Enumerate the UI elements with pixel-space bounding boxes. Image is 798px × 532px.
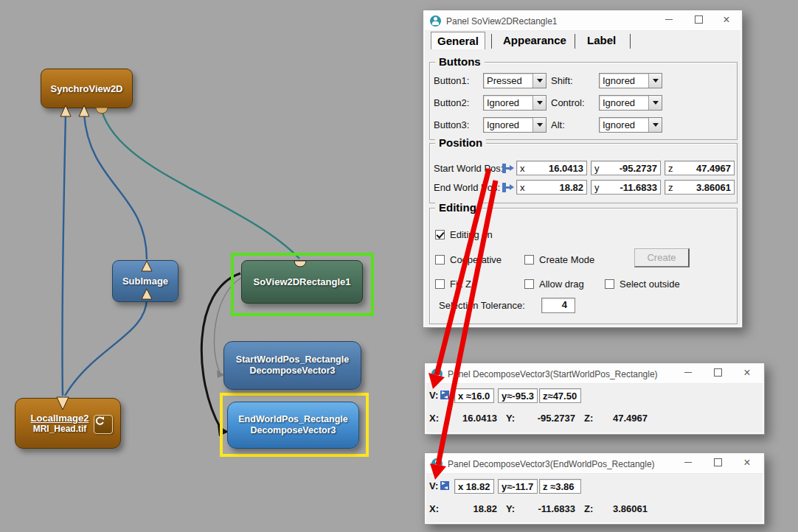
control-label: Control: [551,95,585,111]
field-value: y≈-95.3 [502,391,534,402]
button1-dropdown[interactable]: Pressed [483,73,547,88]
dropdown-button[interactable] [532,74,546,88]
axis-label: x [520,163,525,174]
tab-appearance[interactable]: Appearance [497,32,572,49]
close-button[interactable]: × [714,10,739,29]
input-connector-triangle[interactable] [60,105,71,116]
end-x-field[interactable]: x 18.82 [516,180,587,195]
dropdown-button[interactable] [532,96,546,110]
axis-value: 18.82 [559,182,583,193]
minimize-button[interactable] [676,453,701,472]
fix-z-label: Fix Z [450,276,471,292]
field-value: z≈47.50 [543,391,577,402]
z-out-value: 47.4967 [599,412,648,425]
field-sync-icon[interactable] [440,391,449,399]
z-out-value: 3.86061 [599,503,648,516]
input-connector-triangle[interactable] [142,289,152,299]
end-y-field[interactable]: y -11.6833 [591,180,661,195]
field-connection-icon[interactable] [502,183,514,192]
v-x-field[interactable]: x 18.82 [454,479,494,494]
y-out-label: Y: [506,503,515,516]
close-button[interactable]: × [735,363,760,382]
group-editing: Editing Editing on Cooperative Create Mo… [429,208,738,324]
input-connector-triangle[interactable] [79,105,89,116]
axis-value: 16.0413 [549,163,583,174]
axis-label: x [520,182,525,193]
field-sync-icon[interactable] [440,481,449,490]
axis-label: y [594,163,600,174]
v-y-field[interactable]: y≈-11.7 [498,479,538,494]
start-world-pos-label: Start World Pos: [434,161,503,176]
close-button[interactable]: × [735,453,760,472]
start-z-field[interactable]: z 47.4967 [665,161,735,175]
create-mode-checkbox[interactable] [524,255,534,265]
alt-label: Alt: [551,117,565,133]
v-y-field[interactable]: y≈-95.3 [498,388,538,403]
dropdown-value: Ignored [484,118,532,132]
allow-drag-label: Allow drag [539,276,584,292]
minimize-button[interactable] [656,10,681,29]
start-y-field[interactable]: y -95.2737 [591,161,661,175]
y-out-value: -95.2737 [521,412,575,425]
field-value: x ≈16.0 [458,391,490,402]
field-value: z ≈3.86 [543,481,575,492]
selection-tolerance-label: Selection Tolerance: [439,298,525,313]
dropdown-button[interactable] [532,118,546,132]
start-x-field[interactable]: x 16.0413 [516,161,587,175]
dropdown-button[interactable] [648,96,662,110]
button2-dropdown[interactable]: Ignored [483,95,547,111]
dropdown-button[interactable] [648,74,662,88]
maximize-icon [714,368,722,377]
maximize-button[interactable] [705,363,730,382]
axis-value: -11.6833 [620,182,657,193]
minimize-icon [684,462,692,463]
field-connection-icon[interactable] [502,164,514,173]
minimize-icon [665,19,673,20]
end-z-field[interactable]: z 3.86061 [665,180,735,195]
v-z-field[interactable]: z≈47.50 [539,388,581,403]
output-connector-triangle[interactable] [142,261,152,271]
group-title: Position [435,136,486,150]
input-connector-halfcircle[interactable] [294,261,306,267]
dropdown-value: Ignored [600,96,648,110]
editing-on-checkbox[interactable] [435,230,445,239]
shift-dropdown[interactable]: Ignored [599,73,662,88]
select-outside-checkbox[interactable] [605,279,614,289]
dropdown-value: Ignored [484,96,532,110]
chevron-down-icon [653,79,659,85]
maximize-button[interactable] [705,453,730,472]
control-dropdown[interactable]: Ignored [599,95,662,111]
input-connector-halfcircle[interactable] [96,108,108,113]
z-out-label: Z: [584,503,593,516]
window-soview2drectangle1-panel[interactable]: Panel SoView2DRectangle1 × General Appea… [423,10,743,328]
editing-on-label: Editing on [450,227,493,242]
mevislab-app-icon [430,15,441,27]
dropdown-button[interactable] [648,118,662,132]
allow-drag-checkbox[interactable] [524,279,534,289]
tab-general[interactable]: General [431,32,485,49]
window-decomposevector3-startworldpos[interactable]: Panel DecomposeVector3(StartWorldPos_Rec… [424,363,765,435]
fix-z-checkbox[interactable] [435,279,445,289]
v-label: V: [429,480,438,493]
maximize-icon [714,458,722,466]
tab-separator [630,34,631,49]
output-connector-triangle[interactable] [57,397,69,410]
button3-dropdown[interactable]: Ignored [483,117,547,133]
x-out-label: X: [429,412,439,425]
cooperative-checkbox[interactable] [435,255,445,265]
maximize-button[interactable] [686,10,711,29]
v-label: V: [429,389,438,402]
axis-label: y [594,182,600,193]
selection-tolerance-field[interactable]: 4 [541,298,575,313]
axis-label: z [668,182,673,193]
window-decomposevector3-endworldpos[interactable]: Panel DecomposeVector3(EndWorldPos_Recta… [424,452,765,525]
create-button[interactable]: Create [634,248,690,267]
chevron-down-icon [537,101,543,108]
x-out-value: 18.82 [447,503,497,516]
v-x-field[interactable]: x ≈16.0 [454,388,494,403]
minimize-button[interactable] [676,363,701,382]
group-title: Editing [435,200,480,215]
tab-label[interactable]: Label [581,32,622,49]
alt-dropdown[interactable]: Ignored [599,117,662,133]
v-z-field[interactable]: z ≈3.86 [539,479,581,494]
